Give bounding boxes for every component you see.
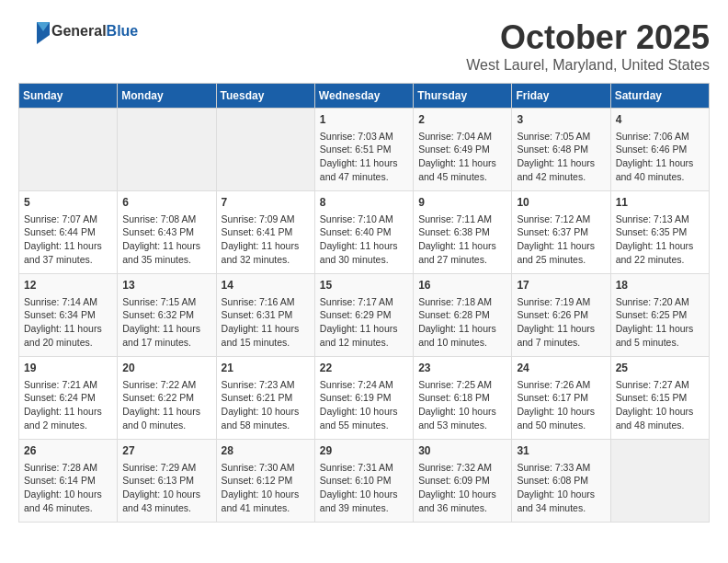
weekday-header: Friday [512,84,610,109]
weekday-header: Saturday [610,84,709,109]
calendar-cell: 9Sunrise: 7:11 AM Sunset: 6:38 PM Daylig… [414,191,512,274]
calendar-cell: 31Sunrise: 7:33 AM Sunset: 6:08 PM Dayli… [512,440,610,523]
day-info: Sunrise: 7:31 AM Sunset: 6:10 PM Dayligh… [320,461,408,515]
calendar-cell: 20Sunrise: 7:22 AM Sunset: 6:22 PM Dayli… [118,357,216,440]
calendar-cell: 25Sunrise: 7:27 AM Sunset: 6:15 PM Dayli… [610,357,709,440]
day-number: 24 [517,361,605,376]
day-info: Sunrise: 7:15 AM Sunset: 6:32 PM Dayligh… [122,295,210,350]
day-info: Sunrise: 7:16 AM Sunset: 6:31 PM Dayligh… [222,295,310,350]
calendar-cell: 21Sunrise: 7:23 AM Sunset: 6:21 PM Dayli… [216,357,314,440]
day-info: Sunrise: 7:30 AM Sunset: 6:12 PM Dayligh… [222,461,310,515]
calendar-cell: 15Sunrise: 7:17 AM Sunset: 6:29 PM Dayli… [314,274,413,357]
calendar-cell: 13Sunrise: 7:15 AM Sunset: 6:32 PM Dayli… [118,274,216,357]
calendar-cell [216,109,314,191]
day-number: 21 [222,361,310,376]
day-info: Sunrise: 7:19 AM Sunset: 6:26 PM Dayligh… [517,295,605,350]
day-number: 19 [24,361,112,376]
calendar-cell [118,109,216,191]
day-number: 26 [24,443,112,459]
calendar-cell [610,440,709,523]
day-info: Sunrise: 7:08 AM Sunset: 6:43 PM Dayligh… [122,213,210,267]
weekday-header: Tuesday [216,84,314,109]
calendar-cell: 22Sunrise: 7:24 AM Sunset: 6:19 PM Dayli… [314,357,413,440]
calendar-cell: 1Sunrise: 7:03 AM Sunset: 6:51 PM Daylig… [314,109,413,191]
day-number: 7 [222,195,310,211]
day-info: Sunrise: 7:26 AM Sunset: 6:17 PM Dayligh… [517,378,605,432]
day-number: 20 [122,361,210,376]
day-info: Sunrise: 7:03 AM Sunset: 6:51 PM Dayligh… [320,130,408,184]
day-info: Sunrise: 7:25 AM Sunset: 6:18 PM Dayligh… [418,378,506,432]
day-info: Sunrise: 7:29 AM Sunset: 6:13 PM Dayligh… [122,461,210,515]
day-info: Sunrise: 7:18 AM Sunset: 6:28 PM Dayligh… [418,295,506,350]
day-info: Sunrise: 7:24 AM Sunset: 6:19 PM Dayligh… [320,378,408,432]
calendar-cell: 14Sunrise: 7:16 AM Sunset: 6:31 PM Dayli… [216,274,314,357]
calendar-cell: 17Sunrise: 7:19 AM Sunset: 6:26 PM Dayli… [512,274,610,357]
day-info: Sunrise: 7:32 AM Sunset: 6:09 PM Dayligh… [418,461,506,515]
day-info: Sunrise: 7:06 AM Sunset: 6:46 PM Dayligh… [616,130,704,184]
day-number: 3 [517,112,605,128]
weekday-header-row: SundayMondayTuesdayWednesdayThursdayFrid… [19,84,710,109]
day-number: 5 [24,195,112,211]
weekday-header: Sunday [19,84,118,109]
logo-general-text: General [51,23,107,39]
day-number: 15 [320,278,408,293]
day-info: Sunrise: 7:22 AM Sunset: 6:22 PM Dayligh… [122,378,210,432]
calendar-cell: 7Sunrise: 7:09 AM Sunset: 6:41 PM Daylig… [216,191,314,274]
day-number: 14 [222,278,310,293]
day-number: 18 [616,278,704,293]
calendar-cell: 12Sunrise: 7:14 AM Sunset: 6:34 PM Dayli… [19,274,118,357]
calendar-cell: 27Sunrise: 7:29 AM Sunset: 6:13 PM Dayli… [118,440,216,523]
day-number: 6 [122,195,210,211]
calendar-cell: 3Sunrise: 7:05 AM Sunset: 6:48 PM Daylig… [512,109,610,191]
calendar-cell: 11Sunrise: 7:13 AM Sunset: 6:35 PM Dayli… [610,191,709,274]
calendar-cell: 8Sunrise: 7:10 AM Sunset: 6:40 PM Daylig… [314,191,413,274]
day-number: 30 [418,443,506,459]
day-number: 27 [122,443,210,459]
logo: GeneralBlue [18,18,138,44]
calendar-cell: 16Sunrise: 7:18 AM Sunset: 6:28 PM Dayli… [414,274,512,357]
day-number: 25 [616,361,704,376]
calendar-cell: 4Sunrise: 7:06 AM Sunset: 6:46 PM Daylig… [610,109,709,191]
day-info: Sunrise: 7:27 AM Sunset: 6:15 PM Dayligh… [616,378,704,432]
day-number: 22 [320,361,408,376]
day-number: 16 [418,278,506,293]
calendar-cell: 29Sunrise: 7:31 AM Sunset: 6:10 PM Dayli… [314,440,413,523]
calendar-week-row: 5Sunrise: 7:07 AM Sunset: 6:44 PM Daylig… [19,191,710,274]
calendar-cell: 19Sunrise: 7:21 AM Sunset: 6:24 PM Dayli… [19,357,118,440]
calendar-cell: 28Sunrise: 7:30 AM Sunset: 6:12 PM Dayli… [216,440,314,523]
logo-blue-text: Blue [107,23,139,39]
calendar-cell [19,109,118,191]
day-number: 23 [418,361,506,376]
day-number: 4 [616,112,704,128]
weekday-header: Monday [118,84,216,109]
weekday-header: Thursday [414,84,512,109]
day-number: 11 [616,195,704,211]
calendar-cell: 2Sunrise: 7:04 AM Sunset: 6:49 PM Daylig… [414,109,512,191]
day-number: 28 [222,443,310,459]
page-header: GeneralBlue October 2025 West Laurel, Ma… [18,18,710,74]
day-info: Sunrise: 7:21 AM Sunset: 6:24 PM Dayligh… [24,378,112,432]
day-number: 29 [320,443,408,459]
calendar-week-row: 19Sunrise: 7:21 AM Sunset: 6:24 PM Dayli… [19,357,710,440]
day-info: Sunrise: 7:23 AM Sunset: 6:21 PM Dayligh… [222,378,310,432]
calendar-cell: 23Sunrise: 7:25 AM Sunset: 6:18 PM Dayli… [414,357,512,440]
calendar-cell: 24Sunrise: 7:26 AM Sunset: 6:17 PM Dayli… [512,357,610,440]
weekday-header: Wednesday [314,84,413,109]
day-number: 2 [418,112,506,128]
calendar-cell: 6Sunrise: 7:08 AM Sunset: 6:43 PM Daylig… [118,191,216,274]
day-number: 31 [517,443,605,459]
day-number: 9 [418,195,506,211]
month-title: October 2025 [466,18,710,57]
day-info: Sunrise: 7:09 AM Sunset: 6:41 PM Dayligh… [222,213,310,267]
day-number: 17 [517,278,605,293]
day-number: 12 [24,278,112,293]
day-number: 13 [122,278,210,293]
day-info: Sunrise: 7:12 AM Sunset: 6:37 PM Dayligh… [517,213,605,267]
day-info: Sunrise: 7:33 AM Sunset: 6:08 PM Dayligh… [517,461,605,515]
day-info: Sunrise: 7:28 AM Sunset: 6:14 PM Dayligh… [24,461,112,515]
day-info: Sunrise: 7:05 AM Sunset: 6:48 PM Dayligh… [517,130,605,184]
calendar-cell: 30Sunrise: 7:32 AM Sunset: 6:09 PM Dayli… [414,440,512,523]
calendar-cell: 18Sunrise: 7:20 AM Sunset: 6:25 PM Dayli… [610,274,709,357]
day-number: 10 [517,195,605,211]
day-number: 8 [320,195,408,211]
